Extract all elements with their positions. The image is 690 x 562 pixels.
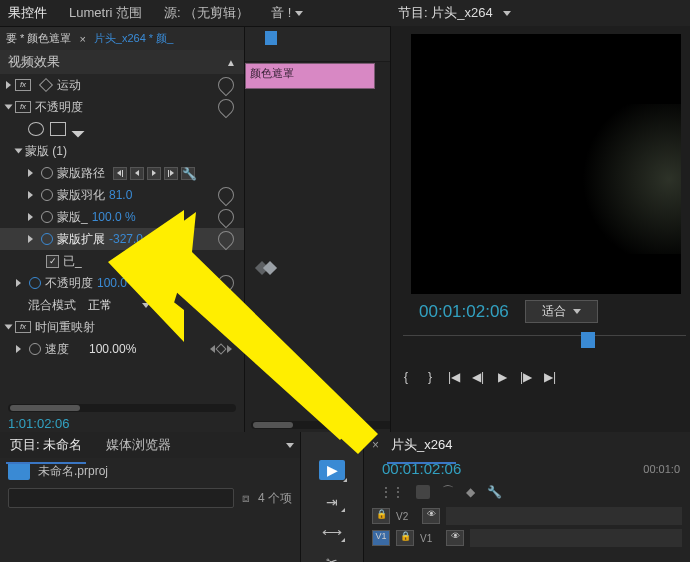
track-forward-one-icon[interactable]	[164, 167, 178, 180]
reset-icon[interactable]	[215, 96, 238, 119]
close-icon[interactable]: ×	[77, 33, 87, 45]
folder-icon[interactable]: ⧈	[242, 491, 250, 505]
breadcrumb-item[interactable]: 要 * 颜色遮罩	[6, 31, 71, 46]
eye-icon[interactable]: 👁	[446, 530, 464, 546]
prop-opacity-value[interactable]: 不透明度100.0 %	[0, 272, 244, 294]
timecode-effects[interactable]: 1:01:02:06	[0, 414, 244, 433]
program-monitor[interactable]	[411, 34, 681, 294]
scrollbar-thumb[interactable]	[253, 422, 293, 428]
prop-mask-opacity[interactable]: 蒙版_100.0 %	[0, 206, 244, 228]
tab-project[interactable]: 页目: 未命名	[6, 432, 86, 458]
checkbox-inverted[interactable]	[46, 255, 59, 268]
marker-icon[interactable]: ◆	[466, 485, 475, 499]
track-back-one-icon[interactable]	[113, 167, 127, 180]
add-keyframe-icon[interactable]	[172, 233, 183, 244]
prop-motion[interactable]: fx运动	[0, 74, 244, 96]
tab-media-browser[interactable]: 媒体浏览器	[102, 432, 175, 458]
value-opacity[interactable]: 100.0 %	[97, 276, 141, 290]
stopwatch-icon[interactable]	[41, 189, 53, 201]
reset-icon[interactable]	[215, 228, 238, 251]
tab-source[interactable]: 源: （无剪辑）	[160, 0, 253, 26]
stopwatch-icon[interactable]	[29, 277, 41, 289]
value-feather[interactable]: 81.0	[109, 188, 132, 202]
stopwatch-icon[interactable]	[41, 233, 53, 245]
program-ruler[interactable]	[403, 335, 686, 364]
prop-mask-inverted[interactable]: 已_	[0, 250, 244, 272]
track-label[interactable]: V1	[420, 533, 440, 544]
next-keyframe-icon[interactable]	[184, 235, 189, 243]
stopwatch-icon[interactable]	[41, 211, 53, 223]
razor-tool-icon[interactable]: ✂	[321, 554, 343, 562]
add-keyframe-icon[interactable]	[215, 343, 226, 354]
reset-icon[interactable]	[215, 206, 238, 229]
play-icon[interactable]: ▶	[495, 370, 509, 384]
value-mask-opacity[interactable]: 100.0 %	[92, 210, 136, 224]
eye-icon[interactable]: 👁	[422, 508, 440, 524]
prop-mask[interactable]: 蒙版 (1)	[0, 140, 244, 162]
prop-mask-expansion[interactable]: 蒙版扩展-327.0	[0, 228, 244, 250]
prop-mask-feather[interactable]: 蒙版羽化81.0	[0, 184, 244, 206]
reset-icon[interactable]	[215, 184, 238, 207]
track-forward-icon[interactable]	[147, 167, 161, 180]
reset-icon[interactable]	[215, 294, 238, 317]
track-label[interactable]: V2	[396, 511, 416, 522]
tab-sequence[interactable]: 片头_x264	[387, 432, 456, 458]
snap-icon[interactable]	[416, 485, 430, 499]
stopwatch-icon[interactable]	[29, 343, 41, 355]
reset-icon[interactable]	[215, 74, 238, 96]
settings-icon[interactable]: 🔧	[487, 485, 502, 499]
mark-in-icon[interactable]: {	[399, 370, 413, 384]
track-select-tool-icon[interactable]: ⇥	[321, 494, 343, 510]
close-icon[interactable]: ×	[372, 438, 379, 452]
selection-tool-icon[interactable]: ▶	[319, 460, 345, 480]
tab-lumetri[interactable]: Lumetri 范围	[65, 0, 146, 26]
value-mask-expansion[interactable]: -327.0	[109, 232, 143, 246]
tab-audio[interactable]: 音 !	[267, 0, 307, 26]
prop-blend-mode[interactable]: 混合模式正常	[0, 294, 244, 316]
chevron-down-icon[interactable]	[142, 303, 150, 308]
ripple-edit-tool-icon[interactable]: ⟷	[321, 524, 343, 540]
playhead-icon[interactable]	[581, 332, 595, 348]
track-v2[interactable]: 🔒 V2 👁	[372, 506, 682, 526]
track-target-button[interactable]: V1	[372, 530, 390, 546]
tab-effects[interactable]: 果控件	[4, 0, 51, 26]
scrollbar-thumb[interactable]	[10, 405, 80, 411]
value-blend[interactable]: 正常	[88, 297, 112, 314]
lock-icon[interactable]: 🔒	[372, 508, 390, 524]
ellipse-mask-button[interactable]	[28, 122, 44, 136]
step-back-icon[interactable]: ◀|	[471, 370, 485, 384]
track-back-icon[interactable]	[130, 167, 144, 180]
prev-keyframe-icon[interactable]	[167, 235, 172, 243]
overflow-icon[interactable]	[286, 443, 294, 448]
wrench-icon[interactable]: 🔧	[181, 167, 195, 180]
go-in-icon[interactable]: |◀	[447, 370, 461, 384]
reset-icon[interactable]	[215, 272, 238, 295]
prop-opacity[interactable]: fx不透明度	[0, 96, 244, 118]
link-icon[interactable]: ⌒	[442, 483, 454, 500]
nudge-icon[interactable]: ⋮⋮	[380, 485, 404, 499]
chevron-up-icon[interactable]: ▲	[226, 57, 236, 68]
scrollbar[interactable]	[8, 404, 236, 412]
go-out-icon[interactable]: ▶|	[543, 370, 557, 384]
prop-time-remap[interactable]: fx时间重映射	[0, 316, 244, 338]
next-keyframe-icon[interactable]	[227, 345, 232, 353]
breadcrumb-item[interactable]: 片头_x264 * 颜_	[94, 31, 173, 46]
timecode-program[interactable]: 00:01:02:06	[419, 302, 509, 322]
playhead-icon[interactable]	[265, 31, 277, 45]
stopwatch-icon[interactable]	[41, 167, 53, 179]
lock-icon[interactable]: 🔒	[396, 530, 414, 546]
project-filename[interactable]: 未命名.prproj	[38, 463, 108, 480]
prop-mask-path[interactable]: 蒙版路径 🔧	[0, 162, 244, 184]
value-speed[interactable]: 100.00%	[89, 342, 136, 356]
prev-keyframe-icon[interactable]	[210, 345, 215, 353]
chevron-down-icon[interactable]	[503, 11, 511, 16]
step-fwd-icon[interactable]: |▶	[519, 370, 533, 384]
search-input[interactable]	[8, 488, 234, 508]
clip-color-matte[interactable]: 颜色遮罩	[245, 63, 375, 89]
mark-out-icon[interactable]: }	[423, 370, 437, 384]
rect-mask-button[interactable]	[50, 122, 66, 136]
zoom-fit-dropdown[interactable]: 适合	[525, 300, 598, 323]
prop-speed[interactable]: 速度100.00%	[0, 338, 244, 360]
pen-mask-button[interactable]	[70, 121, 87, 138]
track-v1[interactable]: V1 🔒 V1 👁	[372, 528, 682, 548]
